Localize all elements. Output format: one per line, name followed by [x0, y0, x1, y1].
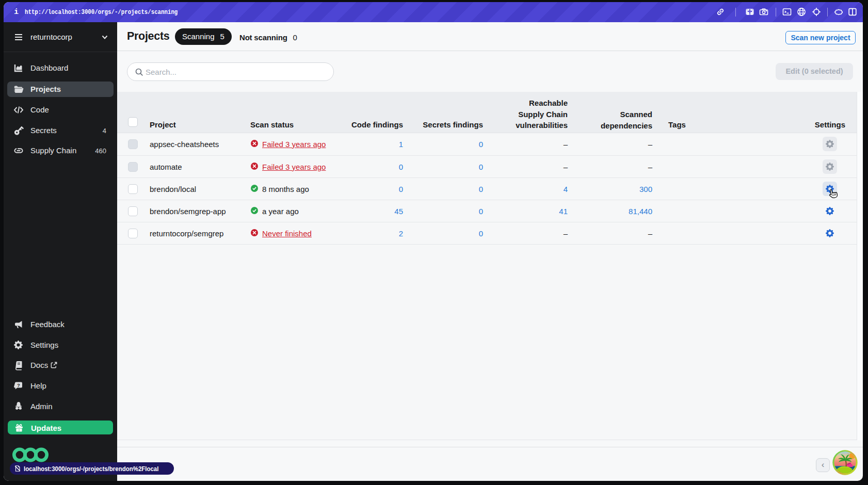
svg-text:?: ? [17, 382, 20, 388]
